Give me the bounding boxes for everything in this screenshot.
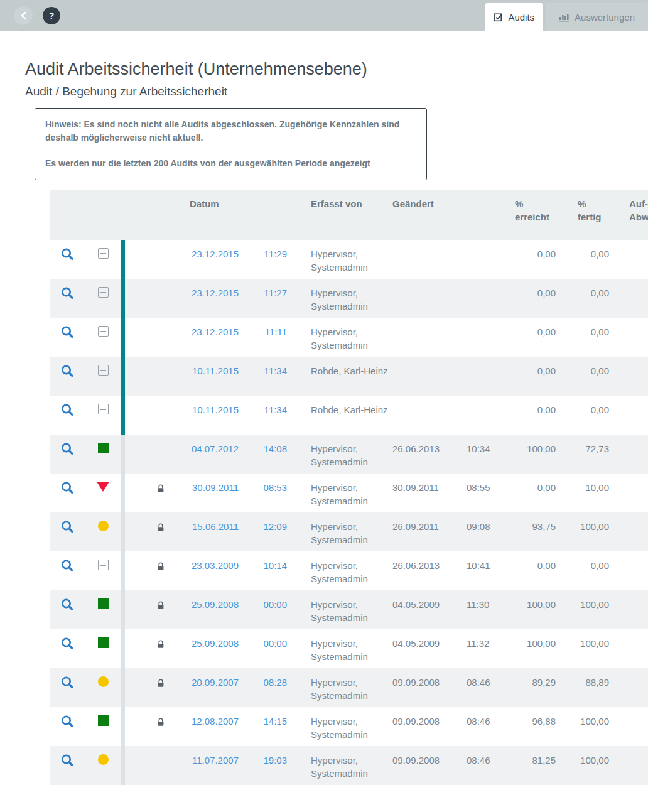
magnifier-icon[interactable] — [60, 442, 75, 474]
magnifier-icon[interactable] — [60, 286, 75, 318]
audit-time-link[interactable]: 14:08 — [263, 443, 287, 454]
audit-date-link[interactable]: 23.03.2009 — [192, 560, 239, 571]
row-zoom-cell — [50, 435, 85, 474]
auf-abwertung-pct-value: 0,00 — [609, 357, 648, 396]
magnifier-icon[interactable] — [60, 637, 75, 668]
row-time-cell: 00:00 — [239, 629, 289, 668]
status-minus-box-icon — [98, 404, 109, 414]
auf-abwertung-pct-value: 0,00 — [609, 474, 648, 512]
audit-date-link[interactable]: 25.09.2008 — [192, 599, 239, 610]
audit-date-link[interactable]: 15.06.2011 — [192, 521, 239, 532]
table-row: 30.09.201108:53Hypervisor, Systemadmin30… — [50, 474, 648, 512]
audit-time-link[interactable]: 12:09 — [263, 521, 287, 532]
help-button[interactable]: ? — [43, 7, 60, 24]
geaendert-date-value — [392, 240, 467, 279]
magnifier-icon[interactable] — [60, 715, 75, 746]
audit-time-link[interactable]: 10:14 — [263, 560, 287, 571]
status-minus-box-icon — [98, 326, 109, 337]
erfasst-von-value: Hypervisor, Systemadmin — [289, 240, 392, 279]
audit-time-link[interactable]: 11:11 — [265, 327, 287, 337]
magnifier-icon[interactable] — [60, 559, 75, 590]
audit-date-link[interactable]: 12.08.2007 — [192, 716, 239, 727]
erreicht-pct-value: 89,29 — [498, 668, 556, 707]
magnifier-icon[interactable] — [60, 364, 75, 396]
erfasst-von-value: Hypervisor, Systemadmin — [289, 512, 392, 551]
geaendert-time-value: 08:46 — [467, 668, 498, 707]
status-minus-box-icon — [98, 365, 109, 376]
row-lock-cell — [125, 240, 169, 279]
row-status-cell — [85, 512, 121, 551]
geaendert-time-value — [467, 279, 498, 318]
magnifier-icon[interactable] — [60, 598, 75, 629]
row-date-cell: 10.11.2015 — [169, 396, 239, 435]
geaendert-date-value: 26.06.2013 — [392, 435, 467, 474]
magnifier-icon[interactable] — [60, 403, 75, 435]
audit-date-link[interactable]: 25.09.2008 — [192, 638, 239, 649]
table-row: 12.08.200714:15Hypervisor, Systemadmin09… — [50, 707, 648, 746]
audit-time-link[interactable]: 19:03 — [263, 755, 287, 766]
audit-date-link[interactable]: 20.09.2007 — [192, 677, 239, 688]
row-status-cell — [85, 746, 121, 785]
audit-date-link[interactable]: 10.11.2015 — [192, 365, 239, 376]
chevron-left-icon — [20, 11, 27, 20]
row-zoom-cell — [50, 240, 85, 279]
magnifier-icon[interactable] — [60, 247, 75, 279]
row-time-cell: 14:08 — [239, 435, 289, 474]
status-yellow-circle-icon — [98, 754, 109, 765]
audit-date-link[interactable]: 04.07.2012 — [192, 443, 239, 454]
audit-date-link[interactable]: 11.07.2007 — [192, 755, 239, 766]
row-time-cell: 10:14 — [239, 551, 289, 590]
row-date-cell: 23.12.2015 — [169, 240, 239, 279]
tab-audits[interactable]: Audits — [485, 3, 543, 31]
lock-icon — [157, 522, 165, 551]
audit-time-link[interactable]: 08:53 — [263, 482, 287, 493]
row-lock-cell — [125, 668, 169, 707]
magnifier-icon[interactable] — [60, 481, 75, 512]
back-button[interactable] — [14, 6, 33, 25]
audit-time-link[interactable]: 00:00 — [263, 599, 287, 610]
magnifier-icon[interactable] — [60, 676, 75, 707]
erreicht-pct-value: 100,00 — [498, 629, 556, 668]
row-status-cell — [85, 279, 121, 318]
audit-time-link[interactable]: 08:28 — [263, 677, 287, 688]
row-date-cell: 10.11.2015 — [169, 357, 239, 396]
geaendert-date-value: 09.09.2008 — [392, 707, 467, 746]
geaendert-time-value: 08:46 — [467, 707, 498, 746]
erreicht-pct-value: 100,00 — [498, 435, 556, 474]
table-row: 04.07.201214:08Hypervisor, Systemadmin26… — [50, 435, 648, 474]
audit-date-link[interactable]: 23.12.2015 — [192, 327, 239, 337]
audit-date-link[interactable]: 10.11.2015 — [192, 404, 239, 415]
audit-time-link[interactable]: 11:34 — [264, 365, 287, 376]
tab-bar: Audits Auswertungen — [485, 3, 648, 31]
audit-date-link[interactable]: 23.12.2015 — [192, 288, 239, 298]
status-red-triangle-icon — [97, 482, 109, 492]
erfasst-von-value: Hypervisor, Systemadmin — [289, 318, 392, 357]
row-date-cell: 30.09.2011 — [169, 474, 239, 512]
geaendert-date-value: 09.09.2008 — [392, 668, 467, 707]
header-geaendert: Geändert — [392, 190, 467, 240]
page-content: Audit Arbeitssicherheit (Unternehmensebe… — [0, 60, 648, 785]
row-zoom-cell — [50, 707, 85, 746]
row-zoom-cell — [50, 474, 85, 512]
row-zoom-cell — [50, 746, 85, 785]
magnifier-icon[interactable] — [60, 325, 75, 357]
audit-date-link[interactable]: 23.12.2015 — [192, 249, 239, 259]
row-date-cell: 25.09.2008 — [169, 590, 239, 629]
audit-time-link[interactable]: 11:29 — [264, 249, 287, 259]
geaendert-date-value: 09.09.2008 — [392, 746, 467, 785]
row-lock-cell — [125, 590, 169, 629]
audit-time-link[interactable]: 14:15 — [263, 716, 287, 727]
row-time-cell: 11:34 — [239, 396, 289, 435]
header-erreicht-pct: % erreicht — [498, 190, 556, 240]
audit-time-link[interactable]: 00:00 — [263, 638, 287, 649]
magnifier-icon[interactable] — [60, 520, 75, 551]
audit-date-link[interactable]: 30.09.2011 — [192, 482, 239, 493]
table-row: 25.09.200800:00Hypervisor, Systemadmin04… — [50, 590, 648, 629]
audit-time-link[interactable]: 11:27 — [264, 288, 287, 298]
page-title: Audit Arbeitssicherheit (Unternehmensebe… — [25, 60, 648, 79]
audit-time-link[interactable]: 11:34 — [264, 404, 287, 415]
erreicht-pct-value: 0,00 — [498, 279, 556, 318]
table-row: 11.07.200719:03Hypervisor, Systemadmin09… — [50, 746, 648, 785]
magnifier-icon[interactable] — [60, 754, 75, 785]
tab-auswertungen[interactable]: Auswertungen — [546, 3, 648, 31]
